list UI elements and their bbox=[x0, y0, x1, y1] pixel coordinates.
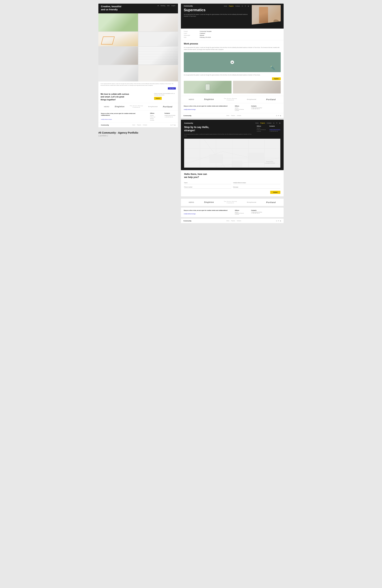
bottom-footer-cta: Drop us a line or two, we are open for c… bbox=[184, 210, 228, 215]
tag-web[interactable]: Web bbox=[167, 5, 170, 6]
image-grid bbox=[98, 13, 178, 81]
footer-offices-col: Offices Sydney 6 Ray Curl Avenue CA 8791 bbox=[150, 113, 159, 121]
cta-right: Explore and open new possibilities with … bbox=[154, 93, 176, 100]
work-process-desc: As we approached the palace I could see … bbox=[184, 46, 281, 50]
view-more-button[interactable]: View More bbox=[168, 87, 176, 89]
bottom-footer-email[interactable]: mail@craftwork.design bbox=[184, 213, 196, 214]
bottom-contact-section: Drop us a line or two, we are open for c… bbox=[181, 208, 284, 217]
bottom-social-tw[interactable]: ✦ bbox=[278, 220, 279, 222]
name-input[interactable] bbox=[184, 181, 231, 184]
nav-home[interactable]: Home bbox=[132, 125, 135, 126]
bottom-final-social[interactable]: in ✦ ◈ bbox=[276, 220, 281, 222]
bottom-final-projects[interactable]: Projects bbox=[231, 220, 235, 221]
right-nav-contacts[interactable]: Contacts bbox=[235, 5, 240, 7]
grid-image-plant bbox=[98, 13, 138, 31]
project-detail-card: Community Home Projects Contacts in ✦ ◈ … bbox=[181, 4, 284, 118]
offices-state: CA 8791 bbox=[150, 120, 159, 121]
right-footer-cta: Drop us a line or two, we are open for c… bbox=[184, 105, 228, 111]
social-in-icon[interactable]: in bbox=[170, 124, 172, 126]
submit-button[interactable]: Submit bbox=[270, 191, 280, 194]
footer-email-link[interactable]: mail@craftwork.design bbox=[101, 119, 112, 120]
project-desc: As we approached the palace I could see … bbox=[184, 14, 249, 17]
card-subtitle: { portfolio } bbox=[98, 135, 178, 137]
dark-social-g[interactable]: ◈ bbox=[279, 122, 280, 124]
right-social-tw[interactable]: ✦ bbox=[278, 115, 279, 116]
portfolio-bottom-nav: Community Home Projects Contacts in ✦ ◈ bbox=[98, 123, 178, 127]
offices-city: Sydney bbox=[150, 115, 159, 116]
bottom-social-in[interactable]: in bbox=[276, 220, 277, 222]
map-placeholder: AURORACAMBRIDGE bbox=[184, 139, 280, 168]
bottom-final-nav: Community Home Projects Contacts in ✦ ◈ bbox=[181, 219, 284, 223]
dark-offices-city: Sydney bbox=[257, 127, 266, 129]
logos-bar: HERO Singleton The Aurora StartupFramewo… bbox=[98, 103, 178, 110]
right-nav-projects[interactable]: Projects bbox=[229, 5, 233, 7]
grid-image-stairs-orange bbox=[98, 32, 138, 46]
dark-cols: Offices Sydney 6 Ray Curl Avenue CA 8791… bbox=[257, 126, 280, 137]
explore-yellow-button[interactable]: Explore bbox=[272, 77, 281, 80]
dark-social-in[interactable]: in bbox=[273, 122, 274, 124]
footer-cta-text: Drop us a line or two, we are open for c… bbox=[101, 113, 145, 116]
right-brand-bottom: Community bbox=[183, 115, 191, 116]
right-bottom-projects[interactable]: Projects bbox=[231, 115, 235, 116]
contact-form-heading: Hello there, how can we help you? bbox=[184, 173, 280, 179]
right-logo-aurora: The Aurora StartupFramework bbox=[224, 98, 237, 101]
video-placeholder[interactable]: 🔦 bbox=[184, 52, 281, 72]
dark-contacts-email[interactable]: mail@craftwork.design bbox=[269, 129, 280, 130]
right-bottom-social[interactable]: in ✦ ◈ bbox=[276, 115, 281, 116]
right-offices-label: Offices bbox=[235, 105, 244, 107]
tag-branding[interactable]: Branding bbox=[161, 5, 165, 6]
right-social-g[interactable]: ◈ bbox=[280, 115, 281, 116]
bottom-logo-greyhound: Greyhound bbox=[247, 201, 256, 203]
tag-all[interactable]: All bbox=[158, 5, 159, 6]
nav-contacts[interactable]: Contacts bbox=[143, 125, 147, 126]
meta-deliverable-label: Deliverable bbox=[184, 35, 198, 36]
dark-offices-address: 6 Ray Curl Avenue bbox=[257, 129, 266, 130]
tag-nav[interactable]: All Branding Web Graphic bbox=[158, 5, 175, 6]
right-bottom-contacts[interactable]: Contacts bbox=[237, 115, 241, 116]
dark-nav-home[interactable]: Home bbox=[255, 122, 258, 124]
email-input[interactable] bbox=[233, 181, 280, 184]
meta-date-label: Date bbox=[184, 37, 198, 38]
right-bottom-links[interactable]: Home Projects Contacts bbox=[226, 115, 241, 116]
right-offices: Offices Sydney 6 Ray Curl Avenue CA 8791 bbox=[235, 105, 244, 111]
cta-heading: We love to collab with curious and smart… bbox=[101, 93, 129, 101]
tag-graphics[interactable]: Graphic bbox=[171, 5, 175, 6]
dark-nav-contacts[interactable]: Contacts bbox=[267, 122, 272, 124]
message-input[interactable] bbox=[233, 186, 280, 189]
portfolio-title: Creative, beautiful and ux friendly bbox=[101, 5, 121, 11]
bottom-final-home[interactable]: Home bbox=[226, 220, 229, 221]
nav-projects[interactable]: Projects bbox=[137, 125, 141, 126]
contact-form-card: Hello there, how can we help you? Submit bbox=[181, 170, 284, 196]
bottom-final-links[interactable]: Home Projects Contacts bbox=[226, 220, 241, 221]
bottom-contacts: Contacts mail@craftwork.design +1 200 56… bbox=[251, 210, 262, 215]
bottom-offices-address: 6 Ray Curl Avenue bbox=[235, 213, 244, 214]
dark-contacts-label: Contacts bbox=[269, 126, 280, 127]
bottom-social-g[interactable]: ◈ bbox=[280, 220, 281, 222]
grid-image-scissors bbox=[138, 32, 178, 46]
bottom-contacts-phone: +1 200 567 98 10 bbox=[251, 213, 262, 214]
bottom-brand-name: Community bbox=[183, 220, 191, 222]
project-name: Supermatics bbox=[184, 8, 249, 12]
play-button[interactable] bbox=[231, 60, 234, 64]
right-social-in[interactable]: in bbox=[276, 115, 277, 116]
social-tw-icon[interactable]: ✦ bbox=[172, 124, 174, 126]
right-bottom-home[interactable]: Home bbox=[226, 115, 229, 116]
social-g-icon[interactable]: ◈ bbox=[174, 124, 175, 126]
bottom-offices: Offices Sydney 6 Ray Curl Avenue CA 8791 bbox=[235, 210, 244, 215]
bottom-nav-links[interactable]: Home Projects Contacts bbox=[132, 125, 147, 126]
phone-input[interactable] bbox=[184, 186, 231, 189]
portfolio-cta: We love to collab with curious and smart… bbox=[98, 90, 178, 103]
dark-contact-header: Community Home Projects Contacts in ✦ ◈ bbox=[184, 122, 280, 124]
bottom-nav-social[interactable]: in ✦ ◈ bbox=[170, 124, 175, 126]
right-footer-email[interactable]: mail@craftwork.design bbox=[184, 109, 196, 110]
work-image-watch bbox=[184, 81, 232, 93]
explore-button[interactable]: Explore bbox=[154, 97, 162, 100]
contacts-email: mail@craftwork.design bbox=[164, 115, 175, 116]
dark-social-tw[interactable]: ✦ bbox=[276, 122, 277, 124]
bottom-contacts-label: Contacts bbox=[251, 210, 262, 211]
right-nav-home[interactable]: Home bbox=[224, 5, 227, 7]
dark-nav-projects[interactable]: Projects bbox=[260, 122, 265, 124]
bottom-logo-portland: Portland bbox=[266, 201, 276, 203]
bottom-final-contacts[interactable]: Contacts bbox=[237, 220, 241, 221]
project-hero-image bbox=[252, 5, 281, 27]
